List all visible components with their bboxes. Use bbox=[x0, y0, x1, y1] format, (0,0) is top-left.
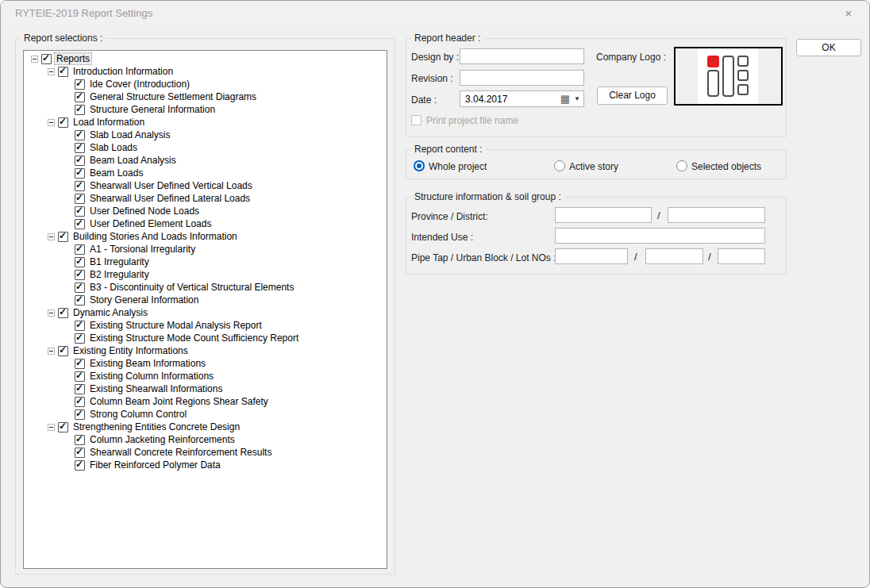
tree-checkbox[interactable] bbox=[58, 67, 68, 77]
collapse-icon[interactable] bbox=[48, 309, 55, 317]
tree-checkbox[interactable] bbox=[75, 270, 85, 280]
tree-checkbox[interactable] bbox=[75, 359, 85, 369]
pipe-tap-input[interactable] bbox=[555, 248, 628, 264]
tree-checkbox[interactable] bbox=[75, 181, 85, 191]
design-by-label: Design by : bbox=[411, 52, 459, 63]
urban-block-input[interactable] bbox=[645, 248, 703, 264]
tree-checkbox[interactable] bbox=[75, 168, 85, 179]
tree-checkbox[interactable] bbox=[75, 384, 85, 394]
ok-button[interactable]: OK bbox=[796, 39, 861, 56]
tree-checkbox[interactable] bbox=[75, 409, 85, 420]
tree-item[interactable]: Load Information bbox=[24, 116, 387, 129]
tree-item[interactable]: Slab Loads bbox=[24, 141, 387, 154]
tree-checkbox[interactable] bbox=[75, 448, 85, 458]
tree-item[interactable]: User Defined Element Loads bbox=[24, 217, 387, 230]
district-input[interactable] bbox=[668, 207, 765, 223]
tree-checkbox[interactable] bbox=[75, 397, 85, 407]
revision-input[interactable] bbox=[460, 70, 584, 86]
tree-item[interactable]: Existing Structure Modal Analysis Report bbox=[24, 319, 387, 332]
tree-checkbox[interactable] bbox=[75, 435, 85, 445]
tree-item[interactable]: Beam Loads bbox=[24, 167, 387, 179]
tree-item[interactable]: Shearwall User Defined Lateral Loads bbox=[24, 192, 387, 205]
tree-checkbox[interactable] bbox=[75, 194, 85, 204]
tree-item[interactable]: Existing Column Informations bbox=[24, 370, 387, 382]
tree-item[interactable]: Column Beam Joint Regions Shear Safety bbox=[24, 395, 387, 408]
tree-item[interactable]: Existing Entity Informations bbox=[24, 344, 387, 357]
tree-checkbox[interactable] bbox=[75, 156, 85, 166]
tree-item[interactable]: B1 Irregularity bbox=[24, 256, 387, 268]
tree-checkbox[interactable] bbox=[75, 219, 85, 229]
tree-checkbox[interactable] bbox=[41, 54, 52, 64]
tree-item[interactable]: Structure General Information bbox=[24, 103, 387, 116]
report-tree[interactable]: ReportsIntroduction InformationIde Cover… bbox=[23, 50, 387, 569]
tree-item[interactable]: Story General Information bbox=[24, 294, 387, 306]
collapse-icon[interactable] bbox=[48, 68, 55, 75]
tree-item[interactable]: Fiber Reinforced Polymer Data bbox=[24, 459, 387, 471]
tree-checkbox[interactable] bbox=[58, 346, 68, 356]
tree-checkbox[interactable] bbox=[75, 333, 85, 344]
tree-checkbox[interactable] bbox=[58, 308, 68, 318]
tree-item[interactable]: Existing Beam Informations bbox=[24, 357, 387, 370]
tree-item-label: B2 Irregularity bbox=[88, 269, 151, 280]
tree-checkbox[interactable] bbox=[58, 422, 68, 432]
tree-item[interactable]: Beam Load Analysis bbox=[24, 154, 387, 167]
tree-item[interactable]: Strong Column Control bbox=[24, 408, 387, 421]
tree-item[interactable]: Column Jacketing Reinforcements bbox=[24, 433, 387, 446]
tree-item[interactable]: Existing Shearwall Informations bbox=[24, 382, 387, 395]
tree-checkbox[interactable] bbox=[75, 130, 85, 140]
tree-item-label: Existing Column Informations bbox=[88, 371, 215, 382]
tree-item[interactable]: B3 - Discontinuity of Vertical Structura… bbox=[24, 281, 387, 294]
tree-item[interactable]: Existing Structure Mode Count Sufficienc… bbox=[24, 332, 387, 344]
lot-nos-input[interactable] bbox=[718, 248, 765, 264]
tree-checkbox[interactable] bbox=[75, 79, 85, 90]
tree-item[interactable]: Reports bbox=[24, 52, 387, 65]
tree-item[interactable]: Introduction Information bbox=[24, 65, 387, 78]
tree-checkbox[interactable] bbox=[75, 244, 85, 255]
tree-checkbox[interactable] bbox=[75, 460, 85, 471]
chevron-down-icon[interactable]: ▼ bbox=[574, 95, 580, 102]
radio-active-story[interactable] bbox=[554, 160, 565, 171]
tree-checkbox[interactable] bbox=[75, 295, 85, 306]
tree-item[interactable]: B2 Irregularity bbox=[24, 268, 387, 281]
tree-item[interactable]: A1 - Torsional Irregularity bbox=[24, 243, 387, 256]
tree-item[interactable]: Shearwall Concrete Reinforcement Results bbox=[24, 446, 387, 459]
tree-item[interactable]: Shearwall User Defined Vertical Loads bbox=[24, 179, 387, 192]
tree-item[interactable]: User Defined Node Loads bbox=[24, 205, 387, 217]
tree-item[interactable]: Slab Load Analysis bbox=[24, 129, 387, 141]
tree-item-label: Strengthening Entities Concrete Design bbox=[71, 421, 241, 432]
tree-checkbox[interactable] bbox=[58, 117, 68, 128]
collapse-icon[interactable] bbox=[48, 424, 55, 431]
collapse-icon[interactable] bbox=[31, 56, 38, 63]
tree-item[interactable]: Strengthening Entities Concrete Design bbox=[24, 421, 387, 433]
radio-whole-project-label: Whole project bbox=[429, 161, 487, 172]
report-header-label: Report header : bbox=[411, 33, 483, 44]
radio-selected-objects[interactable] bbox=[676, 160, 687, 171]
tree-item[interactable]: Building Stories And Loads Information bbox=[24, 230, 387, 243]
design-by-input[interactable] bbox=[460, 48, 584, 64]
clear-logo-button[interactable]: Clear Logo bbox=[597, 86, 668, 105]
tree-checkbox[interactable] bbox=[75, 282, 85, 293]
print-project-checkbox[interactable] bbox=[411, 115, 422, 125]
tree-checkbox[interactable] bbox=[75, 206, 85, 217]
province-input[interactable] bbox=[555, 207, 652, 223]
tree-checkbox[interactable] bbox=[58, 232, 68, 242]
tree-item[interactable]: General Structure Settlement Diagrams bbox=[24, 90, 387, 103]
tree-item[interactable]: Dynamic Analysis bbox=[24, 306, 387, 319]
tree-checkbox[interactable] bbox=[75, 321, 85, 331]
collapse-icon[interactable] bbox=[48, 233, 55, 240]
company-logo-label: Company Logo : bbox=[596, 52, 666, 63]
collapse-icon[interactable] bbox=[48, 348, 55, 355]
intended-use-input[interactable] bbox=[555, 228, 765, 244]
tree-checkbox[interactable] bbox=[75, 371, 85, 382]
tree-checkbox[interactable] bbox=[75, 105, 85, 115]
date-picker[interactable]: 3.04.2017 ▦ ▼ bbox=[460, 90, 584, 107]
radio-whole-project[interactable] bbox=[414, 160, 425, 171]
logo-shape bbox=[737, 70, 749, 81]
tree-item-label: User Defined Node Loads bbox=[88, 206, 201, 217]
collapse-icon[interactable] bbox=[48, 119, 55, 126]
tree-checkbox[interactable] bbox=[75, 143, 85, 153]
tree-checkbox[interactable] bbox=[75, 257, 85, 267]
tree-checkbox[interactable] bbox=[75, 92, 85, 102]
tree-item[interactable]: Ide Cover (Introduction) bbox=[24, 78, 387, 90]
close-icon[interactable]: × bbox=[839, 5, 858, 22]
